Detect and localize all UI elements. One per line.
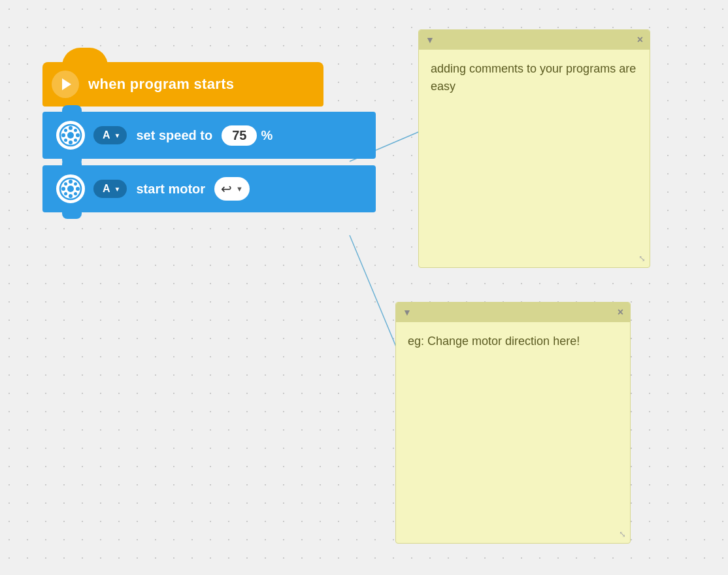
set-speed-block[interactable]: A ▼ set speed to 75 % — [42, 112, 376, 159]
hat-block[interactable]: when program starts — [42, 62, 323, 107]
port-chevron-motor: ▼ — [114, 186, 121, 193]
port-selector-speed[interactable]: A ▼ — [93, 126, 127, 144]
svg-point-18 — [64, 182, 67, 186]
comment-close-2[interactable]: × — [618, 306, 623, 318]
comment-resize-1[interactable]: ⤡ — [638, 254, 646, 263]
hat-block-label: when program starts — [88, 76, 234, 93]
port-label-speed: A — [103, 129, 110, 141]
svg-point-17 — [76, 187, 80, 191]
svg-point-8 — [64, 129, 67, 132]
svg-point-4 — [69, 126, 73, 130]
svg-point-11 — [74, 129, 77, 132]
play-icon — [52, 71, 79, 98]
svg-point-14 — [69, 180, 73, 184]
svg-point-13 — [67, 186, 74, 192]
svg-line-1 — [350, 235, 399, 353]
rotate-icon: ↩ — [221, 181, 232, 197]
port-label-motor: A — [103, 183, 110, 195]
comment-note-2: ▼ × eg: Change motor direction here! ⤡ — [395, 302, 631, 544]
direction-chevron: ▼ — [236, 185, 243, 193]
direction-selector[interactable]: ↩ ▼ — [214, 177, 250, 201]
svg-point-15 — [69, 194, 73, 198]
blocks-workspace: when program starts A ▼ set speed t — [42, 62, 376, 212]
comment-text-2: eg: Change motor direction here! — [408, 335, 580, 348]
speed-value[interactable]: 75 — [222, 125, 257, 146]
comment-resize-2[interactable]: ⤡ — [619, 529, 626, 539]
comment-header-1: ▼ × — [419, 30, 650, 50]
svg-point-6 — [61, 133, 65, 137]
percent-label: % — [261, 128, 273, 143]
svg-point-9 — [74, 139, 77, 142]
motor-icon-start — [54, 172, 87, 205]
svg-point-10 — [64, 139, 67, 142]
svg-point-20 — [64, 192, 67, 195]
start-motor-block[interactable]: A ▼ start motor ↩ ▼ — [42, 165, 376, 212]
comment-text-1: adding comments to your programs are eas… — [431, 62, 636, 93]
svg-point-3 — [67, 132, 74, 139]
comment-collapse-2[interactable]: ▼ — [403, 307, 412, 318]
comment-close-1[interactable]: × — [637, 34, 643, 46]
port-chevron-speed: ▼ — [114, 132, 121, 139]
svg-point-21 — [74, 182, 77, 186]
svg-point-16 — [61, 187, 65, 191]
comment-collapse-1[interactable]: ▼ — [425, 35, 435, 45]
svg-point-5 — [69, 140, 73, 144]
comment-note-1: ▼ × adding comments to your programs are… — [418, 29, 650, 268]
comment-header-2: ▼ × — [396, 303, 630, 322]
comment-body-2: eg: Change motor direction here! — [396, 322, 630, 543]
svg-point-7 — [76, 133, 80, 137]
svg-point-19 — [74, 192, 77, 195]
motor-icon-speed — [54, 119, 87, 152]
set-speed-text: set speed to — [136, 128, 212, 143]
port-selector-motor[interactable]: A ▼ — [93, 180, 127, 198]
comment-body-1: adding comments to your programs are eas… — [419, 50, 650, 267]
start-motor-text: start motor — [136, 182, 205, 197]
